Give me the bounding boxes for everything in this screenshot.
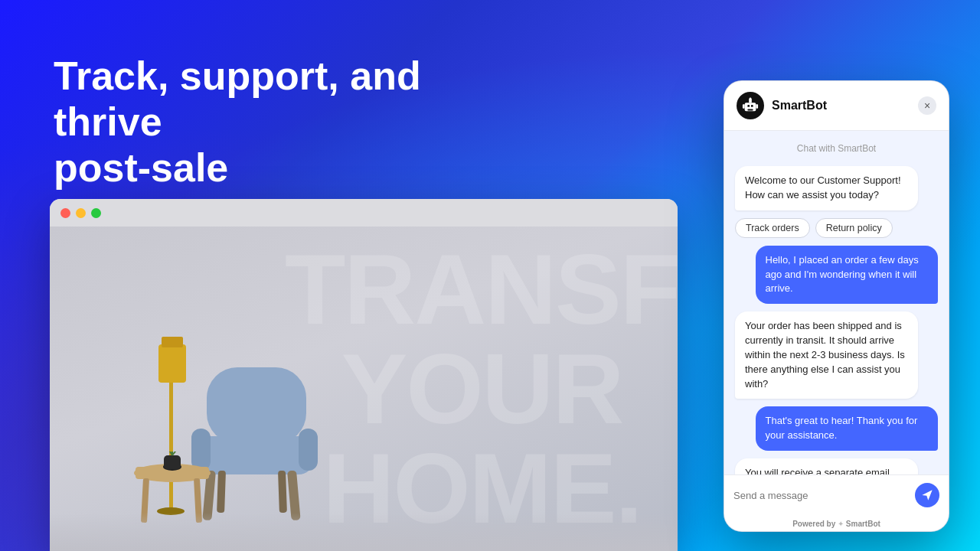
svg-line-18	[163, 452, 172, 455]
svg-rect-11	[278, 471, 287, 513]
svg-rect-30	[756, 104, 758, 109]
return-policy-button[interactable]: Return policy	[815, 218, 893, 238]
svg-line-20	[172, 452, 182, 455]
robot-icon	[742, 97, 759, 114]
svg-rect-1	[158, 344, 186, 383]
svg-point-28	[750, 97, 752, 99]
chat-send-button[interactable]	[915, 483, 939, 507]
chat-body: Chat with SmartBot Welcome to our Custom…	[724, 131, 949, 474]
floor	[50, 513, 678, 551]
chat-subheader: Chat with SmartBot	[735, 140, 938, 158]
hero-title-line2: post-sale	[54, 145, 228, 190]
hero-heading: Track, support, and thrive post-sale	[54, 54, 436, 191]
svg-rect-25	[747, 105, 750, 107]
browser-minimize-dot[interactable]	[76, 208, 86, 218]
browser-content: TRANSF YOUR HOME.	[50, 227, 678, 551]
user-message-1: Hello, I placed an order a few days ago …	[756, 246, 939, 305]
chat-powered-by: Powered by ✦ SmartBot	[724, 515, 949, 531]
bot-name: SmartBot	[772, 99, 827, 112]
watermark-line1: TRANSF	[285, 240, 678, 339]
chat-input[interactable]	[733, 490, 909, 501]
chat-widget: SmartBot × Chat with SmartBot Welcome to…	[724, 80, 949, 532]
chat-footer	[724, 474, 949, 515]
hero-title-line1: Track, support, and thrive	[54, 54, 421, 144]
bot-avatar	[737, 92, 764, 119]
browser-close-dot[interactable]	[60, 208, 70, 218]
quick-replies: Track orders Return policy	[735, 218, 938, 238]
svg-rect-26	[751, 105, 753, 107]
svg-rect-17	[164, 455, 181, 469]
svg-rect-29	[743, 104, 745, 109]
chat-close-button[interactable]: ×	[918, 96, 936, 115]
svg-rect-31	[747, 109, 753, 111]
svg-rect-7	[299, 429, 318, 471]
chat-header: SmartBot ×	[724, 81, 949, 131]
track-orders-button[interactable]: Track orders	[735, 218, 810, 238]
bot-message-3: You will receive a separate email with t…	[735, 458, 918, 474]
send-icon	[921, 489, 933, 501]
svg-rect-4	[207, 367, 306, 444]
browser-toolbar	[50, 199, 678, 227]
svg-rect-2	[162, 337, 183, 347]
bot-message-1: Welcome to our Customer Support! How can…	[735, 166, 918, 210]
bot-message-2: Your order has been shipped and is curre…	[735, 311, 918, 399]
browser-maximize-dot[interactable]	[91, 208, 101, 218]
browser-mockup: TRANSF YOUR HOME.	[50, 199, 678, 551]
user-message-2: That's great to hear! Thank you for your…	[756, 406, 939, 451]
